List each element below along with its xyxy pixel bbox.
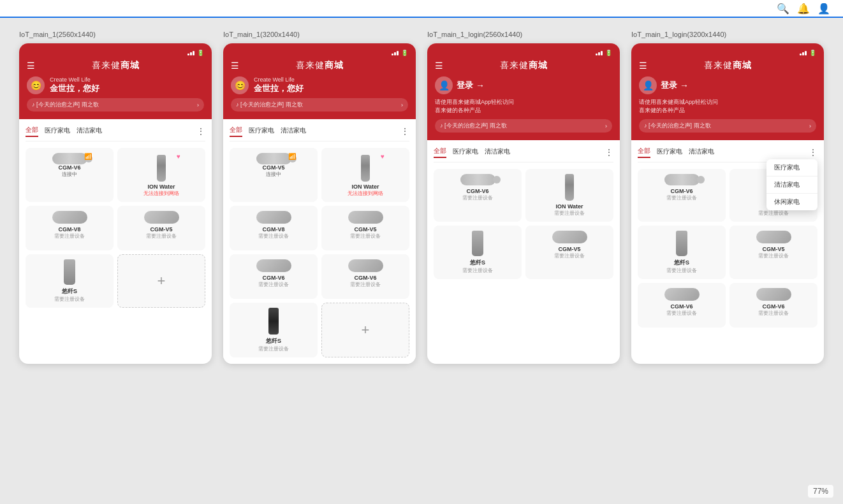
user-icon[interactable]: 👤 bbox=[817, 3, 830, 15]
tab-all-1[interactable]: 全部 bbox=[26, 126, 38, 137]
login-btn-3[interactable]: 登录 bbox=[457, 80, 473, 91]
music-bar-2[interactable]: ♪ [今天的治愈之声] 雨之歌 › bbox=[231, 98, 408, 112]
youxians-img-1 bbox=[64, 259, 75, 285]
device-cgmv6-4[interactable]: CGM-V6 需要注册设备 bbox=[638, 169, 726, 222]
avatar-1: 😊 bbox=[27, 76, 45, 94]
signal-bars bbox=[187, 50, 194, 55]
device-name-youxians-1: 悠纤S bbox=[62, 287, 77, 296]
phone-label-3: IoT_main_1_login(2560x1440) bbox=[427, 31, 620, 38]
ds-youxians-3: 需要注册设备 bbox=[462, 267, 493, 274]
device-cgmv6b-4[interactable]: CGM-V6 需要注册设备 bbox=[729, 283, 817, 328]
device-youxians-3[interactable]: 悠纤S 需要注册设备 bbox=[434, 226, 522, 279]
cgmv8-img-2 bbox=[256, 211, 291, 224]
menu-icon-2[interactable]: ☰ bbox=[231, 61, 239, 71]
cgmv8-img-1 bbox=[52, 211, 87, 224]
dropdown-medical[interactable]: 医疗家电 bbox=[766, 159, 817, 176]
device-cgmv6a-2[interactable]: CGM-V6 需要注册设备 bbox=[230, 254, 318, 299]
music-arrow-1: › bbox=[197, 102, 199, 108]
dn-cgmv5-2: CGM-V5 bbox=[262, 164, 284, 171]
tab-all-4[interactable]: 全部 bbox=[638, 147, 650, 158]
tab-clean-1[interactable]: 清洁家电 bbox=[77, 126, 102, 136]
ds-cgmv6-4: 需要注册设备 bbox=[666, 194, 697, 201]
device-cgmv6-1[interactable]: 📶 CGM-V6 连接中 bbox=[26, 148, 114, 202]
tab-clean-4[interactable]: 清洁家电 bbox=[689, 147, 714, 157]
dn-cgmv6b-2: CGM-V6 bbox=[354, 275, 376, 281]
app-title-3: 喜来健商城 bbox=[500, 60, 548, 71]
device-cgmv5-3[interactable]: CGM-V5 需要注册设备 bbox=[525, 226, 613, 279]
tab-more-3[interactable]: ⋮ bbox=[605, 147, 613, 157]
search-icon[interactable]: 🔍 bbox=[777, 3, 789, 15]
device-cgmv6-3[interactable]: CGM-V6 需要注册设备 bbox=[434, 169, 522, 222]
tab-medical-2[interactable]: 医疗家电 bbox=[249, 126, 274, 136]
dn-ion-2: ION Water bbox=[351, 184, 379, 190]
tab-medical-3[interactable]: 医疗家电 bbox=[453, 147, 478, 157]
device-cgmv5b-2[interactable]: CGM-V5 需要注册设备 bbox=[321, 206, 409, 250]
device-ion-2[interactable]: ♥ ION Water 无法连接到网络 bbox=[321, 148, 409, 202]
music-bar-3[interactable]: ♪ [今天的治愈之声] 雨之歌 › bbox=[435, 119, 612, 133]
device-status-cgmv8-1: 需要注册设备 bbox=[54, 233, 85, 240]
add-device-btn-1[interactable]: + bbox=[117, 254, 205, 308]
add-device-btn-2[interactable]: + bbox=[321, 303, 409, 357]
dn-cgmv6-3: CGM-V6 bbox=[466, 188, 488, 194]
bar1 bbox=[187, 54, 189, 55]
login-group-3: 登录 → bbox=[457, 80, 485, 91]
dn-cgmv5-3: CGM-V5 bbox=[558, 246, 580, 252]
device-youxians-4[interactable]: 悠纤S 需要注册设备 bbox=[638, 226, 726, 279]
device-cgmv6a-4[interactable]: CGM-V6 需要注册设备 bbox=[638, 283, 726, 328]
dn-cgmv5b-2: CGM-V5 bbox=[354, 226, 376, 233]
menu-icon-1[interactable]: ☰ bbox=[27, 61, 35, 71]
menu-icon-3[interactable]: ☰ bbox=[435, 61, 443, 71]
user-info-1: Create Well Life 金世拉，您好 bbox=[50, 76, 99, 94]
device-ionwater-1[interactable]: ♥ ION Water 无法连接到网络 bbox=[117, 148, 205, 202]
device-youxians-2[interactable]: 悠纤S 需要注册设备 bbox=[230, 303, 318, 357]
ion-shape-1 bbox=[157, 155, 166, 182]
music-bar-1[interactable]: ♪ [今天的治愈之声] 雨之歌 › bbox=[27, 98, 204, 112]
device-cgmv5-1[interactable]: CGM-V5 需要注册设备 bbox=[117, 206, 205, 250]
device-cgmv6b-2[interactable]: CGM-V6 需要注册设备 bbox=[321, 254, 409, 299]
tab-more-2[interactable]: ⋮ bbox=[400, 126, 409, 136]
app-title-2: 喜来健商城 bbox=[296, 60, 344, 71]
phone-header-4: 🔋 ☰ 喜来健商城 👤 登录 → bbox=[631, 43, 824, 140]
dropdown-clean[interactable]: 清洁家电 bbox=[766, 176, 817, 194]
device-cgmv8-1[interactable]: CGM-V8 需要注册设备 bbox=[26, 206, 114, 250]
device-cgmv8-2[interactable]: CGM-V8 需要注册设备 bbox=[230, 206, 318, 250]
device-youxians-1[interactable]: 悠纤S 需要注册设备 bbox=[26, 254, 114, 308]
device-ion-3[interactable]: ION Water 需要注册设备 bbox=[525, 169, 613, 222]
music-text-3: ♪ [今天的治愈之声] 雨之歌 bbox=[440, 122, 507, 130]
dropdown-leisure[interactable]: 休闲家电 bbox=[766, 194, 817, 210]
tab-clean-2[interactable]: 清洁家电 bbox=[281, 126, 306, 136]
login-btn-4[interactable]: 登录 bbox=[661, 80, 677, 91]
tab-more-1[interactable]: ⋮ bbox=[196, 126, 205, 136]
tab-all-2[interactable]: 全部 bbox=[230, 126, 242, 137]
bell-icon[interactable]: 🔔 bbox=[797, 3, 810, 15]
ion-wrap-2: ♥ bbox=[343, 153, 388, 184]
ds-cgmv8-2: 需要注册设备 bbox=[258, 233, 289, 240]
tab-medical-1[interactable]: 医疗家电 bbox=[45, 126, 70, 136]
tab-clean-3[interactable]: 清洁家电 bbox=[485, 147, 510, 157]
ds-cgmv5-4: 需要注册设备 bbox=[758, 252, 789, 259]
device-name-cgmv8-1: CGM-V8 bbox=[58, 226, 80, 233]
login-row-4: 登录 → bbox=[661, 80, 689, 91]
ds-cgmv5-3: 需要注册设备 bbox=[554, 252, 585, 259]
tabs-row-1: 全部 医疗家电 清洁家电 ⋮ bbox=[26, 126, 205, 141]
tabs-row-2: 全部 医疗家电 清洁家电 ⋮ bbox=[230, 126, 409, 141]
tab-all-3[interactable]: 全部 bbox=[434, 147, 446, 158]
device-img-wrap-ion-1: ♥ bbox=[139, 153, 184, 184]
ds-cgmv6b-4: 需要注册设备 bbox=[758, 310, 789, 317]
wifi-2: 📶 bbox=[288, 153, 296, 160]
devices-grid-1: 📶 CGM-V6 连接中 ♥ ION Water 无法连接到网络 bbox=[26, 148, 205, 308]
phone-header-3: 🔋 ☰ 喜来健商城 👤 登录 → bbox=[427, 43, 620, 140]
b3 bbox=[397, 51, 399, 55]
tab-medical-4[interactable]: 医疗家电 bbox=[657, 147, 682, 157]
device-status-cgmv6-1: 连接中 bbox=[62, 171, 77, 178]
tab-more-4[interactable]: ⋮ bbox=[809, 147, 817, 157]
menu-icon-4[interactable]: ☰ bbox=[639, 61, 647, 71]
device-cgmv5-4[interactable]: CGM-V5 需要注册设备 bbox=[729, 226, 817, 279]
phone-header-1: 🔋 ☰ 喜来健商城 😊 Create Well Life 金世拉，您好 bbox=[19, 43, 212, 119]
music-bar-4[interactable]: ♪ [今天的治愈之声] 雨之歌 › bbox=[639, 119, 816, 133]
avatar-2: 😊 bbox=[231, 76, 249, 94]
tabs-row-4: 全部 医疗家电 清洁家电 ⋮ 医疗家电 清洁家电 休闲家电 bbox=[638, 147, 817, 162]
device-cgmv5-2[interactable]: 📶 CGM-V5 连接中 bbox=[230, 148, 318, 202]
ds-cgmv6b-2: 需要注册设备 bbox=[350, 281, 381, 288]
cgmv5-img-1 bbox=[144, 211, 179, 224]
